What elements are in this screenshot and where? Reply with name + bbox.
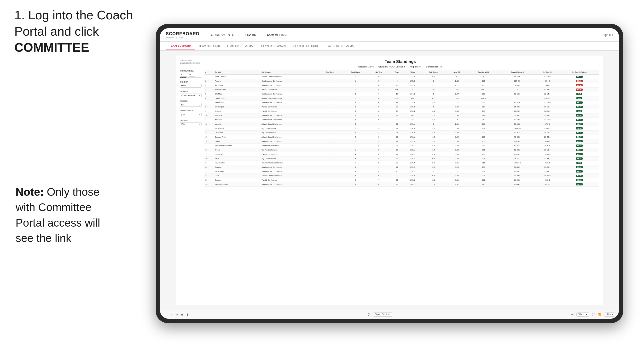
- cell-avg-sg: 1.63: [446, 139, 468, 144]
- col-vs-top50: Vs Top 50 Points: [560, 70, 599, 75]
- toolbar-share-label[interactable]: Share: [604, 313, 615, 317]
- instruction-area: 1. Log into the Coach Portal and click C…: [14, 7, 158, 56]
- cell-overall: 61-21-0: [500, 101, 535, 105]
- cell-school: Oregon: [214, 178, 260, 182]
- cell-school: Alabama: [214, 113, 260, 118]
- cell-conference: Pac-12 Conference: [260, 109, 318, 113]
- cell-school: Auburn: [214, 79, 260, 83]
- update-time: 27/03/2024 16:56:26: [180, 62, 202, 64]
- cell-wins: -4.4: [405, 96, 420, 101]
- table-row: 3 Vanderbilt Southeastern Conference - 2…: [204, 83, 599, 88]
- col-rnds: Rnds: [390, 70, 405, 75]
- division-select[interactable]: NCAA Division I: [180, 94, 202, 97]
- cell-avg-low: 268: [468, 109, 500, 113]
- cell-vs-top50: 62.98: [560, 174, 599, 178]
- toolbar-refresh[interactable]: ↻: [176, 313, 178, 316]
- nav-teams[interactable]: TEAMS: [243, 32, 258, 37]
- toolbar-watch[interactable]: Watch ▾: [576, 313, 589, 317]
- cell-vs-top50: 80.64: [560, 83, 599, 88]
- cell-rnds: 23: [390, 105, 405, 109]
- cell-vs-top50: 88.91: [560, 157, 599, 161]
- nav-tournaments[interactable]: TOURNAMENTS: [207, 32, 236, 37]
- toolbar-share-btn[interactable]: ⬆: [186, 313, 188, 316]
- cell-vs-top50: 88.1: [560, 161, 599, 165]
- cell-conference: Atlantic Coast Conference: [260, 96, 318, 101]
- subnav-team-summary[interactable]: TEAM SUMMARY: [166, 42, 195, 50]
- cell-no-tour: 9: [368, 144, 389, 148]
- cell-vs-top50: 80.74: [560, 148, 599, 152]
- cell-conf-rank: 6: [342, 118, 368, 122]
- subnav-player-h2h-grid[interactable]: PLAYER H2H GRID: [290, 42, 322, 50]
- toolbar-fullscreen[interactable]: ⛶: [592, 313, 595, 316]
- toolbar-bookmark[interactable]: ★: [181, 313, 183, 316]
- cell-wins: 277.5: [405, 139, 420, 144]
- cell-reg-rank: -: [318, 165, 342, 170]
- toolbar-view-original[interactable]: View: Original: [373, 313, 392, 317]
- cell-vs-top25: 10-23-0: [535, 174, 560, 178]
- cell-adj-score: -0.7: [420, 157, 446, 161]
- gender-select[interactable]: Men's: [180, 84, 202, 88]
- cell-avg-sg: 264: [446, 96, 468, 101]
- conference-select[interactable]: (All): [180, 113, 202, 116]
- cell-vs-top25: 16-21-0: [535, 109, 560, 113]
- cell-no-tour: 8: [368, 113, 389, 118]
- cell-vs-top25: 13-15-0: [535, 148, 560, 152]
- cell-no-tour: 8: [368, 152, 389, 157]
- cell-conf-rank: 2: [342, 131, 368, 135]
- cell-conference: Southeastern Conference: [260, 101, 318, 105]
- cell-adj-score: -5: [420, 92, 446, 96]
- table-row: 15 Georgia Tech Atlantic Coast Conferenc…: [204, 135, 599, 139]
- cell-conference: Southeastern Conference: [260, 113, 318, 118]
- toolbar-forward[interactable]: →: [170, 313, 172, 316]
- subnav-player-summary[interactable]: PLAYER SUMMARY: [258, 42, 290, 50]
- cell-school: California: [214, 152, 260, 157]
- cell-conference: Big 12 Conference: [260, 126, 318, 131]
- cell-school: Mississippi State: [214, 182, 260, 187]
- subnav-player-h2h-heatmap[interactable]: PLAYER H2H HEATMAP: [322, 42, 359, 50]
- rounds-slider[interactable]: [180, 77, 202, 78]
- subnav-team-h2h-grid[interactable]: TEAM H2H GRID: [195, 42, 223, 50]
- table-row: 24 Duke Atlantic Coast Conference - 5 9 …: [204, 174, 599, 178]
- cell-wins: 274.8: [405, 92, 420, 96]
- cell-conference: Mountain West Conference: [260, 161, 318, 165]
- cell-conf-rank: 3: [342, 92, 368, 96]
- cell-rnds: 21: [390, 122, 405, 126]
- logo-main: SCOREBOARD: [166, 31, 200, 36]
- toolbar-clock[interactable]: ⏱: [368, 313, 370, 316]
- cell-conference: Big Ten Conference: [260, 148, 318, 152]
- cell-rank: 5: [204, 92, 214, 96]
- note-label: Note:: [16, 186, 44, 198]
- cell-rank: 15: [204, 135, 214, 139]
- cell-vs-top50: 68.42: [560, 170, 599, 174]
- school-select[interactable]: (All): [180, 122, 202, 126]
- min-rounds-max[interactable]: [188, 73, 195, 77]
- cell-reg-rank: -: [318, 139, 342, 144]
- cell-no-tour: 9: [368, 79, 389, 83]
- main-content: Update time: 27/03/2024 16:56:26 Team St…: [160, 51, 619, 310]
- cell-avg-sg: 2.11: [446, 101, 468, 105]
- cell-adj-score: -3.1: [420, 178, 446, 182]
- cell-reg-rank: -: [318, 182, 342, 187]
- toolbar-share-icon[interactable]: 🔁: [598, 313, 601, 316]
- toolbar-back[interactable]: ←: [164, 313, 167, 316]
- region-select[interactable]: N/A: [180, 103, 202, 107]
- cell-conference: Atlantic Coast Conference: [260, 122, 318, 126]
- sign-out-link[interactable]: Sign out: [602, 33, 613, 37]
- cell-vs-top25: 29-8-0: [535, 83, 560, 88]
- cell-reg-rank: -: [318, 174, 342, 178]
- cell-adj-score: -5.1: [420, 144, 446, 148]
- min-rounds-min[interactable]: [180, 73, 187, 77]
- cell-avg-sg: 1.98: [446, 109, 468, 113]
- cell-adj-score: -5.5: [420, 101, 446, 105]
- cell-no-tour: 7: [368, 178, 389, 182]
- cell-rank: 17: [204, 144, 214, 148]
- nav-committee[interactable]: COMMITTEE: [265, 32, 289, 37]
- table-row: 25 Oregon Pac-12 Conference - 5 7 21 279…: [204, 178, 599, 182]
- cell-avg-sg: 0.97: [446, 182, 468, 187]
- cell-rnds: 27: [390, 157, 405, 161]
- table-row: 8 Washington Pac-12 Conference - 2 8 23 …: [204, 105, 599, 109]
- cell-no-tour: 8: [368, 182, 389, 187]
- cell-conference: Big 12 Conference: [260, 157, 318, 161]
- cell-wins: 276.3: [405, 105, 420, 109]
- subnav-team-h2h-heatmap[interactable]: TEAM H2H HEATMAP: [223, 42, 258, 50]
